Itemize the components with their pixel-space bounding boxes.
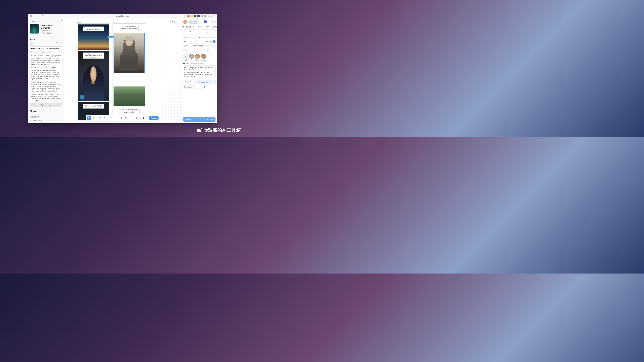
edit-tool-icon[interactable]: ✎ xyxy=(102,116,107,120)
panel-icon[interactable] xyxy=(57,20,59,22)
tab-live[interactable]: Live xyxy=(198,26,202,28)
frame-tool-icon[interactable]: ▢ xyxy=(98,116,102,120)
bug-icon: ⊕ xyxy=(30,120,31,122)
publish-button[interactable]: Publish xyxy=(148,116,159,120)
tab-settings[interactable]: Settings xyxy=(212,26,217,28)
back-button[interactable]: ← Back xyxy=(30,20,36,22)
tips-button[interactable]: ●Tips xyxy=(170,20,179,23)
mode-draw-icon[interactable]: ✎ xyxy=(183,29,199,34)
project-thumbnail[interactable] xyxy=(30,24,39,33)
objects-header[interactable]: Objects ⌄ xyxy=(30,109,62,114)
tabs-icon[interactable]: ▢ xyxy=(214,15,216,17)
redo-icon[interactable]: ↷ xyxy=(188,80,193,84)
ext-icon[interactable] xyxy=(191,15,193,17)
chevron-right-icon[interactable]: › xyxy=(30,116,30,118)
neg-prompt-tab[interactable]: Negative Prompt xyxy=(191,62,203,64)
panel-ai-hologram[interactable]: Frame 10 xyxy=(114,33,145,73)
ext-icon[interactable] xyxy=(201,15,203,17)
image-icon[interactable]: 🖼 xyxy=(120,116,124,120)
noimg-slider[interactable] xyxy=(199,37,216,37)
submit-arrow-icon[interactable]: → xyxy=(59,47,61,49)
story-header[interactable]: Story ⌃ xyxy=(30,37,62,42)
watermark: @歸藏的AI工具箱 xyxy=(196,127,241,133)
strength-input xyxy=(192,49,198,52)
caption-5[interactable]: It took a war to show that in our differ… xyxy=(118,108,140,114)
user-avatar[interactable] xyxy=(183,20,187,24)
tab-generate[interactable]: Generate xyxy=(183,26,191,28)
nav-fwd-icon[interactable]: › xyxy=(38,15,40,17)
char-ai-avatar[interactable] xyxy=(189,54,194,59)
text-tool-icon[interactable]: T xyxy=(142,116,146,120)
hand-tool-icon[interactable]: ✋ xyxy=(92,116,96,120)
panel-toggle-icon[interactable] xyxy=(212,20,216,24)
reload-icon[interactable]: ⟳ xyxy=(42,15,44,17)
sidebar-toggle-icon[interactable] xyxy=(30,15,32,17)
story-input-field[interactable] xyxy=(31,47,59,49)
menu-icon[interactable]: ☰ xyxy=(61,20,62,22)
story-helper-input[interactable]: → xyxy=(30,46,62,50)
expression-input[interactable] xyxy=(196,86,202,88)
right-tabs: Generate Edit Live History Settings xyxy=(183,26,216,28)
regenerate-button[interactable]: Re-generate xyxy=(30,103,62,107)
share-icon[interactable]: ⇧ xyxy=(208,15,210,17)
stats-icon[interactable]: ▮▮▮ xyxy=(200,20,202,23)
prompt-textarea[interactable]: the AI Hologram, Old Male, Dark Brown Ey… xyxy=(183,65,216,79)
ext-icon[interactable] xyxy=(187,15,190,17)
cursor-tool-icon[interactable] xyxy=(87,116,91,120)
arrow-left-icon: ← xyxy=(30,20,32,22)
char-rebels-avatar[interactable] xyxy=(201,54,206,59)
random-checkbox[interactable]: ✓ xyxy=(213,40,216,43)
download-icon[interactable]: ⬇ xyxy=(129,116,133,120)
enhance-prompt-button[interactable]: Enhance Prompt xyxy=(194,80,216,84)
undo-icon[interactable]: ↶ xyxy=(183,80,188,84)
mode-erase-icon[interactable]: ◇ xyxy=(200,29,216,34)
prompt-tab[interactable]: Prompt xyxy=(183,62,189,64)
ext-icon[interactable] xyxy=(198,15,200,17)
address-bar[interactable]: 🔒 dashtoon.com xyxy=(115,15,130,17)
panel-city-green[interactable] xyxy=(114,86,145,106)
chevron-down-icon: ⌄ xyxy=(61,110,62,112)
svg-point-6 xyxy=(196,129,201,132)
nav-back-icon[interactable]: ‹ xyxy=(34,15,36,17)
discord-icon[interactable] xyxy=(204,20,207,23)
ext-icon[interactable] xyxy=(204,15,206,17)
caption-3[interactable]: Intriguing. A mortal who speaks the old … xyxy=(83,104,104,109)
sidebar-right: 🖫 Save ▮▮▮ Generate Edit Live History Se… xyxy=(181,18,217,123)
project-episode: Episode 1 xyxy=(40,29,62,31)
new-tab-icon[interactable]: + xyxy=(210,15,212,17)
save-button[interactable]: 🖫 Save xyxy=(188,20,198,24)
panel-zara[interactable]: If the legends are true, this 'Harmony E… xyxy=(78,51,109,101)
comic-page-1[interactable]: In an age where magic and machine coexis… xyxy=(77,23,110,121)
comment-icon[interactable]: 💭 xyxy=(135,116,140,120)
tab-history[interactable]: History xyxy=(204,26,210,28)
panel-top[interactable]: Why resist? I offer a world without pain… xyxy=(114,24,145,33)
character-row: +Add AI Zara Rebels xyxy=(183,54,216,61)
speech-bubble-icon[interactable]: 💬 xyxy=(124,116,129,120)
extension-icons: ⇧ + ▢ xyxy=(184,15,216,17)
canvas[interactable]: ●Tips Page 1 Page 2 Downloading Images..… xyxy=(64,18,181,123)
expression-select[interactable]: Expression ⌄ xyxy=(183,85,195,88)
caption-1[interactable]: In an age where magic and machine coexis… xyxy=(83,26,104,31)
seed-input[interactable] xyxy=(192,40,198,43)
generate-button[interactable]: Generate ⌘ + Enter xyxy=(183,117,216,122)
style-selector[interactable]: Style Cophy › xyxy=(40,32,53,35)
panel-cityscape[interactable]: In an age where magic and machine coexis… xyxy=(78,24,109,50)
ext-icon[interactable] xyxy=(194,15,196,17)
page-tool-icon[interactable]: 📄 xyxy=(109,116,113,120)
char-zara-avatar[interactable] xyxy=(195,54,200,59)
type-select[interactable]: Text to Image ⌄ xyxy=(192,44,216,47)
lightbulb-icon: ● xyxy=(172,21,174,23)
expression-slider[interactable] xyxy=(204,87,216,87)
report-bug-link[interactable]: ⊕ Report a Bug xyxy=(30,119,62,122)
noimg-input[interactable] xyxy=(192,36,198,39)
zoom-out-icon[interactable]: − xyxy=(59,116,60,118)
caption-4[interactable]: Why resist? I offer a world without pain… xyxy=(120,25,139,31)
comic-page-2[interactable]: Why resist? I offer a world without pain… xyxy=(112,23,146,121)
tab-edit[interactable]: Edit xyxy=(193,26,196,28)
zoom-in-icon[interactable]: + xyxy=(62,116,62,118)
story-textarea[interactable]: Panel 1: A sprawling futuristic cityscap… xyxy=(30,54,62,102)
caption-2[interactable]: If the legends are true, this 'Harmony E… xyxy=(83,52,104,59)
upload-icon[interactable]: ⬆ xyxy=(115,116,119,120)
add-character-button[interactable]: + xyxy=(183,54,188,59)
ext-icon[interactable] xyxy=(184,15,186,17)
